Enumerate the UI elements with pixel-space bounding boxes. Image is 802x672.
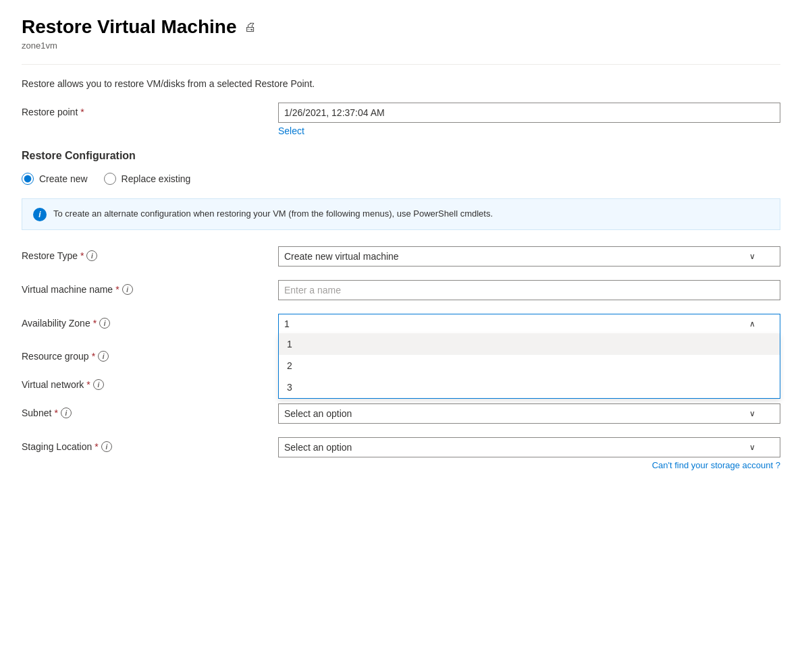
restore-point-row: Restore point * 1/26/2021, 12:37:04 AM S… bbox=[22, 103, 780, 136]
required-asterisk: * bbox=[80, 107, 84, 117]
required-asterisk-vm-name: * bbox=[115, 284, 119, 295]
radio-replace-existing-label: Replace existing bbox=[122, 173, 191, 184]
staging-location-dropdown[interactable]: Select an option ∨ bbox=[278, 437, 780, 457]
radio-create-new[interactable] bbox=[22, 173, 34, 185]
vnet-info-icon[interactable]: i bbox=[93, 379, 104, 390]
vm-name-label: Virtual machine name * i bbox=[22, 280, 278, 295]
required-asterisk-vnet: * bbox=[86, 379, 90, 390]
availability-zone-label: Availability Zone * i bbox=[22, 314, 278, 329]
radio-label-create-new[interactable]: Create new bbox=[22, 173, 88, 185]
az-option-1[interactable]: 1 bbox=[279, 333, 780, 355]
chevron-down-icon: ∨ bbox=[749, 252, 755, 261]
required-asterisk-az: * bbox=[93, 318, 97, 329]
restore-configuration-radio-group: Create new Replace existing bbox=[22, 173, 780, 185]
restore-point-value: 1/26/2021, 12:37:04 AM bbox=[278, 103, 780, 123]
page-subtitle: zone1vm bbox=[22, 40, 780, 51]
restore-type-value: Create new virtual machine bbox=[284, 251, 399, 262]
staging-location-dropdown-container: Select an option ∨ Can't find your stora… bbox=[278, 437, 780, 470]
subnet-info-icon[interactable]: i bbox=[61, 408, 72, 418]
restore-type-label: Restore Type * i bbox=[22, 246, 278, 261]
virtual-network-label: Virtual network * i bbox=[22, 375, 278, 390]
staging-location-label: Staging Location * i bbox=[22, 437, 278, 452]
subnet-placeholder: Select an option bbox=[284, 408, 352, 419]
rg-info-icon[interactable]: i bbox=[98, 351, 109, 362]
radio-create-new-label: Create new bbox=[39, 173, 88, 184]
page-title: Restore Virtual Machine bbox=[22, 16, 236, 38]
vm-name-control bbox=[278, 280, 780, 300]
vm-name-row: Virtual machine name * i bbox=[22, 280, 780, 300]
subnet-row: Subnet * i Select an option ∨ bbox=[22, 403, 780, 424]
radio-replace-existing[interactable] bbox=[104, 173, 116, 185]
staging-info-icon[interactable]: i bbox=[101, 441, 112, 452]
required-asterisk-staging: * bbox=[95, 441, 98, 452]
staging-placeholder: Select an option bbox=[284, 442, 352, 453]
page-description: Restore allows you to restore VM/disks f… bbox=[22, 78, 780, 89]
availability-zone-row: Availability Zone * i 1 ∧ 1 2 3 bbox=[22, 314, 780, 333]
info-banner-text: To create an alternate configuration whe… bbox=[53, 207, 493, 221]
vm-name-info-icon[interactable]: i bbox=[122, 284, 133, 295]
availability-zone-value: 1 bbox=[284, 318, 290, 329]
staging-location-row: Staging Location * i Select an option ∨ … bbox=[22, 437, 780, 470]
restore-type-dropdown-container: Create new virtual machine ∨ bbox=[278, 246, 780, 267]
cant-find-storage-link[interactable]: Can't find your storage account ? bbox=[278, 460, 780, 470]
subnet-dropdown-container: Select an option ∨ bbox=[278, 403, 780, 424]
subnet-dropdown[interactable]: Select an option ∨ bbox=[278, 403, 780, 424]
restore-point-control: 1/26/2021, 12:37:04 AM Select bbox=[278, 103, 780, 136]
required-asterisk-subnet: * bbox=[54, 408, 57, 418]
page-header: Restore Virtual Machine 🖨 bbox=[22, 16, 780, 38]
select-link[interactable]: Select bbox=[278, 125, 780, 136]
vm-name-input[interactable] bbox=[278, 280, 780, 300]
radio-label-replace-existing[interactable]: Replace existing bbox=[104, 173, 191, 185]
divider-top bbox=[22, 64, 780, 65]
section-title-restore-config: Restore Configuration bbox=[22, 150, 780, 162]
chevron-down-icon-staging: ∨ bbox=[749, 443, 755, 452]
az-option-3[interactable]: 3 bbox=[279, 376, 780, 398]
restore-point-label: Restore point * bbox=[22, 103, 278, 117]
restore-type-dropdown[interactable]: Create new virtual machine ∨ bbox=[278, 246, 780, 267]
print-icon[interactable]: 🖨 bbox=[244, 20, 257, 34]
resource-group-label: Resource group * i bbox=[22, 347, 278, 362]
availability-zone-dropdown-container: 1 ∧ 1 2 3 bbox=[278, 314, 780, 333]
restore-type-info-icon[interactable]: i bbox=[86, 250, 97, 261]
info-banner-icon: i bbox=[33, 208, 47, 221]
required-asterisk-restore-type: * bbox=[80, 250, 84, 261]
subnet-label: Subnet * i bbox=[22, 403, 278, 418]
info-banner: i To create an alternate configuration w… bbox=[22, 198, 780, 230]
chevron-down-icon-subnet: ∨ bbox=[749, 409, 755, 418]
availability-zone-dropdown[interactable]: 1 ∧ bbox=[278, 314, 780, 333]
required-asterisk-rg: * bbox=[92, 351, 95, 362]
restore-type-row: Restore Type * i Create new virtual mach… bbox=[22, 246, 780, 267]
availability-zone-menu: 1 2 3 bbox=[278, 333, 780, 399]
az-option-2[interactable]: 2 bbox=[279, 355, 780, 376]
az-info-icon[interactable]: i bbox=[99, 318, 110, 329]
chevron-up-icon: ∧ bbox=[749, 319, 755, 329]
